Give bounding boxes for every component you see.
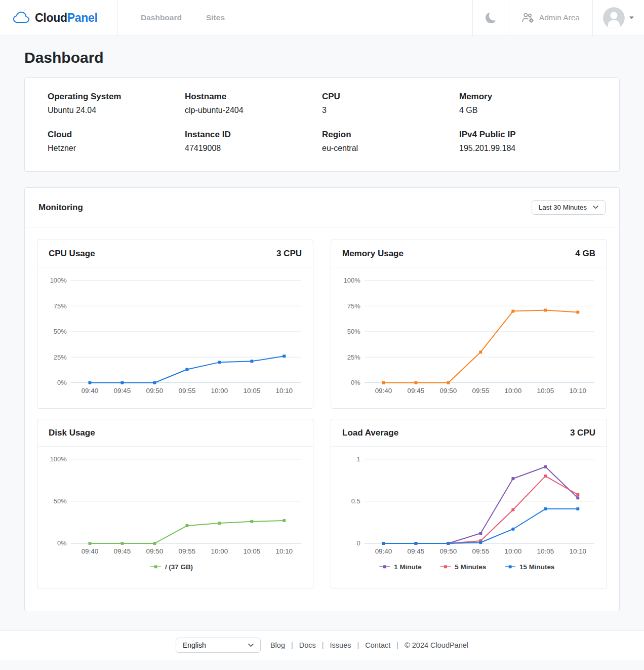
svg-text:09:50: 09:50 xyxy=(440,547,457,555)
svg-text:50%: 50% xyxy=(54,498,67,505)
svg-text:09:45: 09:45 xyxy=(408,387,425,395)
svg-text:10:10: 10:10 xyxy=(570,547,587,555)
svg-text:25%: 25% xyxy=(347,353,360,361)
svg-text:0%: 0% xyxy=(351,379,360,386)
chart-header: Load Average 3 CPU xyxy=(331,419,607,447)
language-select[interactable]: English xyxy=(176,638,261,653)
svg-text:1: 1 xyxy=(357,456,360,463)
footer-link-issues[interactable]: Issues xyxy=(330,641,351,649)
svg-text:09:50: 09:50 xyxy=(146,547,164,555)
brand[interactable]: CloudPanel xyxy=(0,0,118,35)
info-field-instance-id: Instance ID 47419008 xyxy=(185,130,322,153)
page-title: Dashboard xyxy=(24,49,620,66)
svg-text:09:40: 09:40 xyxy=(82,387,99,395)
svg-text:09:55: 09:55 xyxy=(472,387,490,395)
info-label: Region xyxy=(322,130,459,140)
chart-title: Memory Usage xyxy=(342,249,404,259)
svg-text:10:05: 10:05 xyxy=(537,387,554,395)
brand-name-cloud: Cloud xyxy=(35,11,67,24)
time-range-select[interactable]: Last 30 Minutes xyxy=(532,200,606,215)
svg-text:50%: 50% xyxy=(347,328,360,335)
footer-divider: | xyxy=(396,641,398,649)
nav-sites[interactable]: Sites xyxy=(206,13,225,22)
monitoring-title: Monitoring xyxy=(38,203,83,213)
footer-divider: | xyxy=(322,641,324,649)
svg-text:09:40: 09:40 xyxy=(82,547,99,555)
disk-usage-chart[interactable]: 0%50%100%09:4009:4509:5009:5510:0010:051… xyxy=(37,447,313,587)
footer-copyright: © 2024 CloudPanel xyxy=(405,641,468,649)
footer-link-docs[interactable]: Docs xyxy=(299,641,316,649)
footer-links: Blog | Docs | Issues | Contact | © 2024 … xyxy=(270,641,468,649)
svg-text:0%: 0% xyxy=(57,379,67,386)
svg-text:09:45: 09:45 xyxy=(114,387,131,395)
info-field-operating-system: Operating System Ubuntu 24.04 xyxy=(48,92,185,115)
info-value: eu-central xyxy=(322,144,459,153)
load-average-chart-card: Load Average 3 CPU 00.5109:4009:4509:500… xyxy=(331,419,607,588)
svg-text:10:00: 10:00 xyxy=(211,387,228,395)
svg-text:0%: 0% xyxy=(57,540,67,547)
moon-icon xyxy=(486,13,496,23)
admin-area-button[interactable]: Admin Area xyxy=(509,0,592,35)
svg-text:09:45: 09:45 xyxy=(408,547,425,555)
svg-text:/ (37 GB): / (37 GB) xyxy=(165,563,193,571)
main-nav: Dashboard Sites xyxy=(141,0,225,35)
chart-meta: 4 GB xyxy=(575,249,595,259)
memory-usage-chart[interactable]: 0%25%50%75%100%09:4009:4509:5009:5510:00… xyxy=(331,267,607,408)
svg-text:10:10: 10:10 xyxy=(570,387,587,395)
svg-text:75%: 75% xyxy=(54,302,67,310)
load-average-chart[interactable]: 00.5109:4009:4509:5009:5510:0010:0510:10… xyxy=(331,447,607,587)
chevron-down-icon xyxy=(593,206,598,209)
footer-divider: | xyxy=(291,641,293,649)
info-field-hostname: Hostname clp-ubuntu-2404 xyxy=(185,92,322,115)
disk-usage-chart-card: Disk Usage 0%50%100%09:4009:4509:5009:55… xyxy=(37,419,313,588)
svg-text:10:10: 10:10 xyxy=(276,547,293,555)
cpu-usage-chart-card: CPU Usage 3 CPU 0%25%50%75%100%09:4009:4… xyxy=(37,240,313,409)
svg-text:10:00: 10:00 xyxy=(211,547,228,555)
app-footer: English Blog | Docs | Issues | Contact |… xyxy=(0,630,644,660)
svg-text:09:50: 09:50 xyxy=(440,387,457,395)
svg-text:10:05: 10:05 xyxy=(244,547,261,555)
brand-name-panel: Panel xyxy=(67,11,98,24)
chart-header: Disk Usage xyxy=(37,419,313,447)
monitoring-card: Monitoring Last 30 Minutes CPU Usage 3 C… xyxy=(24,187,620,611)
info-value: 47419008 xyxy=(185,144,322,153)
info-value: 195.201.99.184 xyxy=(459,144,596,153)
cpu-usage-chart[interactable]: 0%25%50%75%100%09:4009:4509:5009:5510:00… xyxy=(37,267,313,408)
svg-text:100%: 100% xyxy=(344,277,361,284)
caret-down-icon xyxy=(629,16,634,19)
svg-text:0.5: 0.5 xyxy=(351,498,360,505)
avatar xyxy=(603,7,625,29)
chevron-down-icon xyxy=(248,644,254,647)
svg-text:10:00: 10:00 xyxy=(505,387,522,395)
info-field-ipv4: IPv4 Public IP 195.201.99.184 xyxy=(459,130,596,153)
info-value: Hetzner xyxy=(48,144,185,153)
admin-area-label: Admin Area xyxy=(539,13,580,22)
dark-mode-toggle[interactable] xyxy=(472,0,509,35)
info-label: CPU xyxy=(322,92,459,102)
main-content: Dashboard Operating System Ubuntu 24.04 … xyxy=(0,36,644,630)
svg-text:100%: 100% xyxy=(50,277,67,284)
svg-text:10:05: 10:05 xyxy=(244,387,261,395)
info-value: clp-ubuntu-2404 xyxy=(185,106,322,115)
info-field-cloud: Cloud Hetzner xyxy=(48,130,185,153)
svg-text:09:55: 09:55 xyxy=(179,387,196,395)
chart-header: CPU Usage 3 CPU xyxy=(37,240,313,267)
chart-meta: 3 CPU xyxy=(570,428,595,438)
brand-name: CloudPanel xyxy=(35,11,98,25)
info-value: 3 xyxy=(322,106,459,115)
time-range-value: Last 30 Minutes xyxy=(539,204,587,211)
charts-grid: CPU Usage 3 CPU 0%25%50%75%100%09:4009:4… xyxy=(25,227,619,611)
info-label: IPv4 Public IP xyxy=(459,130,596,140)
info-label: Cloud xyxy=(48,130,185,140)
svg-text:09:55: 09:55 xyxy=(179,547,196,555)
svg-text:09:50: 09:50 xyxy=(146,387,164,395)
svg-text:10:10: 10:10 xyxy=(276,387,293,395)
user-menu[interactable] xyxy=(592,0,644,35)
footer-link-blog[interactable]: Blog xyxy=(270,641,285,649)
nav-dashboard[interactable]: Dashboard xyxy=(141,13,182,22)
chart-header: Memory Usage 4 GB xyxy=(331,240,607,267)
svg-text:50%: 50% xyxy=(54,328,67,335)
svg-text:5 Minutes: 5 Minutes xyxy=(455,563,486,571)
footer-divider: | xyxy=(357,641,359,649)
footer-link-contact[interactable]: Contact xyxy=(365,641,390,649)
